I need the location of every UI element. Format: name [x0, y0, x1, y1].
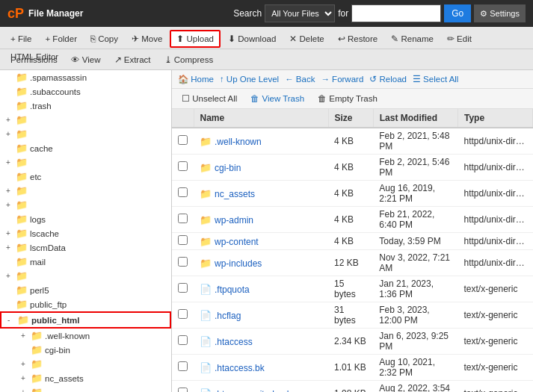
row-checkbox[interactable]	[178, 361, 188, 371]
expand-icon[interactable]: +	[6, 243, 13, 252]
table-row[interactable]: 📄.htaccess2.34 KBJan 6, 2023, 9:25 PMtex…	[172, 329, 533, 355]
modified-col-header[interactable]: Last Modified	[373, 109, 457, 128]
edit-button[interactable]: ✏ Edit	[441, 31, 478, 47]
file-name[interactable]: wp-includes	[215, 258, 262, 269]
file-name[interactable]: .well-known	[215, 137, 262, 147]
table-row[interactable]: 📁wp-admin4 KBFeb 21, 2022, 6:40 PMhttpd/…	[172, 207, 533, 233]
file-name[interactable]: .hcflag	[215, 311, 241, 321]
compress-button[interactable]: ⤓ Compress	[158, 52, 220, 68]
expand-icon[interactable]: +	[6, 158, 13, 167]
sidebar-item[interactable]: 📁.subaccounts	[0, 84, 171, 99]
table-row[interactable]: 📁cgi-bin4 KBFeb 2, 2021, 5:46 PMhttpd/un…	[172, 155, 533, 181]
row-checkbox[interactable]	[178, 388, 188, 392]
sidebar-item[interactable]: +📁	[0, 385, 171, 392]
new-folder-button[interactable]: + Folder	[39, 31, 83, 46]
file-name[interactable]: .htaccess.bk	[215, 363, 265, 373]
sidebar-item[interactable]: +📁	[0, 198, 171, 212]
sidebar-item[interactable]: 📁.trash	[0, 99, 171, 113]
delete-button[interactable]: ✕ Delete	[283, 31, 330, 47]
expand-icon[interactable]: +	[6, 116, 13, 124]
expand-icon[interactable]: +	[6, 201, 13, 209]
file-name[interactable]: .ftpquota	[215, 284, 250, 295]
sidebar-item[interactable]: -📁public_html	[0, 311, 171, 329]
search-scope-dropdown[interactable]: All Your Files	[265, 4, 335, 22]
expand-icon[interactable]: +	[21, 360, 28, 368]
sidebar-item[interactable]: +📁lscmData	[0, 240, 171, 255]
table-row[interactable]: 📄.ftpquota15 bytesJan 21, 2023, 1:36 PMt…	[172, 276, 533, 302]
row-checkbox[interactable]	[178, 257, 188, 267]
download-button[interactable]: ⬇ Download	[222, 31, 282, 47]
sidebar-item[interactable]: +📁.well-known	[0, 329, 171, 343]
sidebar-item[interactable]: 📁.spamassassin	[0, 70, 171, 84]
expand-icon[interactable]: +	[6, 229, 13, 237]
sidebar-item[interactable]: 📁cgi-bin	[0, 343, 171, 357]
row-checkbox[interactable]	[178, 187, 188, 197]
go-button[interactable]: Go	[444, 4, 471, 22]
table-row[interactable]: 📄.hcflag31 bytesFeb 3, 2023, 12:00 PMtex…	[172, 302, 533, 329]
sidebar-item[interactable]: +📁lscache	[0, 226, 171, 240]
rename-button[interactable]: ✎ Rename	[385, 31, 440, 47]
expand-icon[interactable]: +	[6, 130, 13, 138]
expand-icon[interactable]: -	[7, 316, 15, 324]
new-file-button[interactable]: + File	[4, 31, 37, 46]
type-col-header[interactable]: Type	[457, 109, 532, 128]
file-name[interactable]: cgi-bin	[215, 163, 241, 173]
back-button[interactable]: ← Back	[285, 75, 315, 84]
sidebar-item[interactable]: +📁nc_assets	[0, 371, 171, 385]
expand-icon[interactable]: +	[21, 374, 28, 382]
table-row[interactable]: 📄.htaccess.nitrobackup1.98 KBAug 2, 2022…	[172, 381, 533, 393]
unselect-all-button[interactable]: ☐ Unselect All	[178, 92, 241, 105]
move-button[interactable]: ✈ Move	[126, 31, 168, 47]
sidebar-item[interactable]: 📁logs	[0, 212, 171, 226]
row-checkbox[interactable]	[178, 214, 188, 223]
settings-button[interactable]: ⚙ Settings	[474, 4, 526, 22]
select-all-button[interactable]: ☰ Select All	[413, 74, 459, 84]
row-checkbox[interactable]	[178, 335, 188, 345]
sidebar-item[interactable]: +📁	[0, 357, 171, 371]
row-checkbox[interactable]	[178, 235, 188, 245]
copy-button[interactable]: ⎘ Copy	[84, 31, 124, 46]
search-input[interactable]	[351, 4, 441, 22]
row-checkbox[interactable]	[178, 161, 188, 171]
sidebar-item[interactable]: +📁	[0, 127, 171, 141]
sidebar-item[interactable]: +📁	[0, 155, 171, 169]
view-trash-button[interactable]: 🗑 View Trash	[247, 93, 308, 105]
expand-icon[interactable]: +	[21, 332, 28, 340]
file-name[interactable]: wp-admin	[215, 215, 253, 225]
expand-icon[interactable]: +	[6, 272, 13, 280]
extract-button[interactable]: ↗ Extract	[108, 52, 157, 68]
file-name[interactable]: .htaccess.nitrobackup	[215, 389, 301, 393]
table-row[interactable]: 📄.htaccess.bk1.01 KBAug 10, 2021, 2:32 P…	[172, 355, 533, 381]
row-checkbox[interactable]	[178, 309, 188, 319]
forward-button[interactable]: → Forward	[321, 75, 363, 84]
table-row[interactable]: 📁.well-known4 KBFeb 2, 2021, 5:48 PMhttp…	[172, 128, 533, 155]
file-name[interactable]: wp-content	[215, 237, 259, 247]
sidebar-item[interactable]: +📁	[0, 184, 171, 198]
sidebar-item[interactable]: +📁	[0, 113, 171, 127]
view-button[interactable]: 👁 View	[65, 52, 107, 67]
row-checkbox[interactable]	[178, 135, 188, 145]
permissions-button[interactable]: Permissions	[4, 52, 64, 67]
upload-button[interactable]: ⬆ Upload	[170, 30, 221, 48]
table-row[interactable]: 📁wp-content4 KBToday, 3:59 PMhttpd/unix-…	[172, 233, 533, 250]
sidebar-item[interactable]: 📁public_ftp	[0, 297, 171, 311]
reload-button[interactable]: ↺ Reload	[369, 74, 407, 84]
table-row[interactable]: 📁wp-includes12 KBNov 3, 2022, 7:21 AMhtt…	[172, 250, 533, 276]
sidebar-item[interactable]: 📁mail	[0, 255, 171, 269]
home-nav-button[interactable]: 🏠 Home	[178, 74, 214, 84]
restore-button[interactable]: ↩ Restore	[332, 31, 383, 47]
empty-trash-button[interactable]: 🗑 Empty Trash	[314, 93, 381, 105]
sidebar-item[interactable]: 📁etc	[0, 169, 171, 184]
sidebar-item[interactable]: 📁cache	[0, 141, 171, 155]
sidebar-item[interactable]: +📁	[0, 269, 171, 283]
file-name[interactable]: .htaccess	[215, 337, 253, 347]
expand-icon[interactable]: +	[6, 187, 13, 195]
expand-icon[interactable]: +	[21, 388, 28, 392]
up-level-button[interactable]: ↑ Up One Level	[220, 75, 279, 84]
size-col-header[interactable]: Size	[328, 109, 373, 128]
file-name[interactable]: nc_assets	[215, 189, 255, 199]
name-col-header[interactable]: Name	[194, 109, 328, 128]
row-checkbox[interactable]	[178, 283, 188, 293]
table-row[interactable]: 📁nc_assets4 KBAug 16, 2019, 2:21 PMhttpd…	[172, 181, 533, 207]
sidebar-item[interactable]: 📁perl5	[0, 283, 171, 297]
